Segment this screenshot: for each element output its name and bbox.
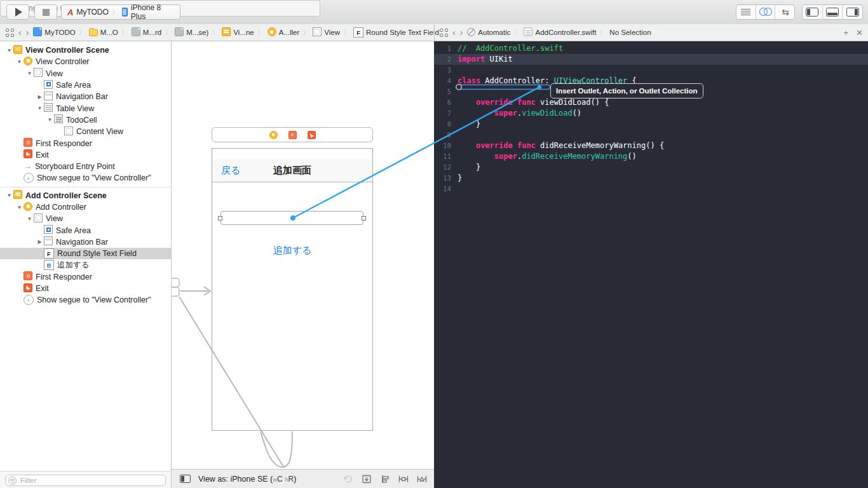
storyboard-canvas[interactable]: 戻る 追加画面 追加する	[172, 41, 434, 469]
outline-row[interactable]: ▶Navigation Bar	[0, 236, 171, 248]
outline-row[interactable]: ▼TodoCell	[0, 114, 171, 126]
run-button[interactable]	[6, 4, 29, 20]
align-icon[interactable]	[379, 474, 391, 484]
outline-row[interactable]: ▼Table View	[0, 102, 171, 114]
related-items-icon[interactable]	[6, 29, 14, 37]
outline-row[interactable]: ▼View Controller	[0, 56, 171, 67]
outline-toggle-icon[interactable]	[180, 475, 191, 483]
stop-button[interactable]	[34, 4, 57, 20]
outline-row[interactable]: First Responder	[0, 271, 171, 283]
code-line[interactable]: 9	[434, 130, 868, 140]
code-line[interactable]: 14	[434, 184, 868, 194]
scheme-device[interactable]: iPhone 8 Plus	[131, 3, 174, 21]
breadcrumb-left-item[interactable]: M...se)	[175, 27, 208, 37]
version-editor-button[interactable]: ⇆	[775, 5, 794, 19]
disclosure-triangle-icon[interactable]: ▶	[36, 239, 44, 245]
breadcrumb-left-item[interactable]: MyTODO	[33, 27, 75, 37]
outline-row-label: TodoCell	[66, 116, 97, 125]
resize-handle-right[interactable]	[362, 216, 366, 220]
outline-row[interactable]: Safe Area	[0, 224, 171, 236]
back-button[interactable]: 戻る	[221, 165, 240, 177]
outline-row[interactable]: ▼View	[0, 68, 171, 79]
code-line[interactable]: 6 override func viewDidLoad() {	[434, 97, 868, 108]
scheme-project[interactable]: MyTODO	[76, 8, 108, 17]
back-chevron-icon[interactable]: ‹	[452, 28, 456, 37]
outline-row[interactable]: ▼Add Controller Scene	[0, 190, 171, 201]
code-line[interactable]: 11 super.didReceiveMemoryWarning()	[434, 151, 868, 162]
code-line[interactable]: 10 override func didReceiveMemoryWarning…	[434, 140, 868, 151]
code-line[interactable]: 3	[434, 65, 868, 76]
exit-dock-icon[interactable]	[308, 131, 316, 139]
code-line[interactable]: 2import UIKit	[434, 54, 868, 65]
breadcrumb-right-item[interactable]: Automatic	[467, 28, 510, 37]
add-assistant-button[interactable]: +	[844, 28, 849, 37]
code-editor[interactable]: 1// AddController.swift2import UIKit34cl…	[434, 41, 868, 488]
outline-row[interactable]: ‹Show segue to "View Controller"	[0, 172, 171, 184]
disclosure-triangle-icon[interactable]: ▼	[5, 48, 13, 53]
resize-handle-left[interactable]	[218, 216, 222, 220]
filter-field[interactable]	[5, 475, 166, 486]
disclosure-triangle-icon[interactable]: ▼	[15, 59, 24, 65]
outline-row[interactable]: Exit	[0, 283, 171, 294]
disclosure-triangle-icon[interactable]: ▼	[25, 216, 34, 222]
breadcrumb-left-item[interactable]: View	[313, 27, 340, 37]
scheme-selector[interactable]: A MyTODO 〉 iPhone 8 Plus	[61, 4, 180, 20]
inspector-toggle-button[interactable]	[843, 5, 862, 19]
outline-row[interactable]: ▼Add Controller	[0, 201, 171, 213]
forward-chevron-icon[interactable]: ›	[460, 28, 463, 37]
debug-area-toggle-button[interactable]	[823, 5, 843, 19]
breadcrumb-left-item[interactable]: M...O	[89, 29, 118, 37]
outline-row[interactable]: Content View	[0, 126, 171, 137]
outline-row[interactable]: Safe Area	[0, 79, 171, 91]
resolve-auto-layout-icon[interactable]	[416, 474, 428, 484]
breadcrumb-left-item[interactable]: M...rd	[132, 27, 161, 37]
close-assistant-button[interactable]: ✕	[856, 28, 863, 37]
assistant-editor-button[interactable]	[756, 5, 776, 19]
code-line[interactable]: 7 super.viewDidLoad()	[434, 108, 868, 119]
breadcrumb-label: Vi...ne	[233, 29, 254, 36]
view-controller-view[interactable]: 戻る 追加画面 追加する	[212, 148, 373, 431]
standard-editor-button[interactable]	[736, 5, 756, 19]
back-chevron-icon[interactable]: ‹	[18, 28, 22, 37]
outline-row[interactable]: ▼View Controller Scene	[0, 44, 171, 56]
add-button[interactable]: 追加する	[212, 245, 372, 257]
outline-row[interactable]: Exit	[0, 149, 171, 161]
trait-c: C	[277, 475, 283, 484]
disclosure-triangle-icon[interactable]: ▼	[46, 117, 54, 123]
navigator-toggle-button[interactable]	[803, 5, 823, 19]
disclosure-triangle-icon[interactable]: ▼	[15, 205, 24, 210]
related-items-icon[interactable]	[440, 29, 448, 37]
code-line[interactable]: 12 }	[434, 162, 868, 173]
breadcrumb-left-item[interactable]: A...ller	[268, 27, 300, 37]
outline-row[interactable]: ▶Navigation Bar	[0, 91, 171, 102]
outline-row[interactable]: →Storyboard Entry Point	[0, 161, 171, 172]
breadcrumb-right-item[interactable]: AddController.swift	[524, 27, 596, 37]
breadcrumb-left-item[interactable]: FRound Style Text Field	[353, 27, 439, 37]
round-style-text-field[interactable]	[220, 211, 363, 225]
view-controller-dock-icon[interactable]	[269, 131, 278, 139]
breadcrumb-left-item[interactable]: Vi...ne	[222, 27, 254, 37]
line-number: 13	[434, 173, 458, 184]
disclosure-triangle-icon[interactable]: ▶	[36, 94, 44, 100]
breadcrumb-right-item[interactable]: No Selection	[609, 29, 651, 36]
pin-icon[interactable]	[398, 474, 409, 484]
outline-row[interactable]: B追加する	[0, 259, 171, 271]
outline-row[interactable]: ▼View	[0, 213, 171, 224]
update-frames-icon[interactable]	[342, 474, 354, 484]
line-number: 4	[434, 76, 458, 86]
navigation-bar[interactable]: 戻る 追加画面	[212, 159, 372, 182]
code-line[interactable]: 13}	[434, 173, 868, 184]
disclosure-triangle-icon[interactable]: ▼	[25, 71, 34, 76]
filter-input[interactable]	[19, 476, 149, 485]
outline-row[interactable]: FRound Style Text Field	[0, 248, 171, 259]
outline-row[interactable]: ‹Show segue to "View Controller"	[0, 294, 171, 306]
code-line[interactable]: 1// AddController.swift	[434, 43, 868, 54]
first-responder-dock-icon[interactable]	[288, 131, 297, 139]
disclosure-triangle-icon[interactable]: ▼	[5, 193, 13, 198]
disclosure-triangle-icon[interactable]: ▼	[36, 105, 44, 111]
forward-chevron-icon[interactable]: ›	[26, 28, 29, 37]
view-as-label[interactable]: View as: iPhone SE (wC hR)	[198, 475, 296, 484]
code-line[interactable]: 8 }	[434, 119, 868, 130]
embed-in-stack-icon[interactable]	[361, 474, 372, 484]
outline-row[interactable]: First Responder	[0, 137, 171, 149]
